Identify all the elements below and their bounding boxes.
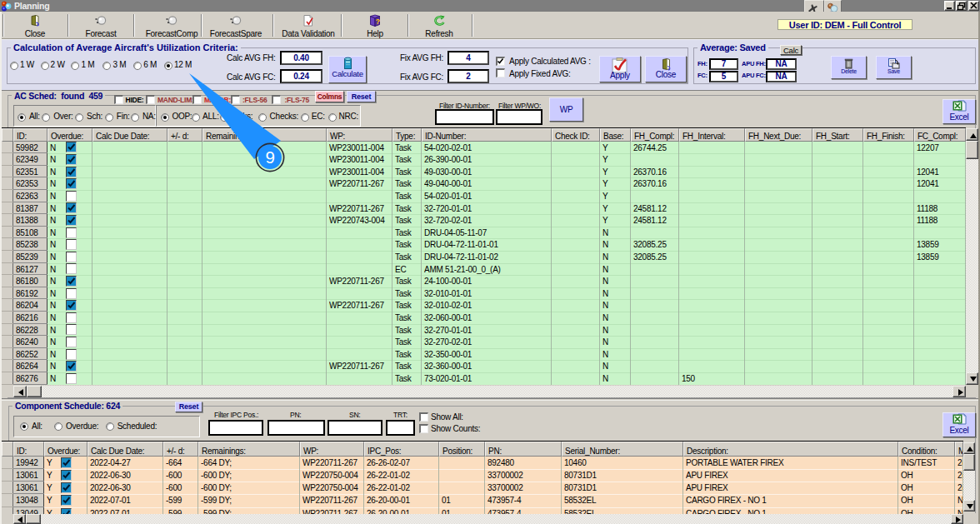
svg-text:9: 9 (265, 147, 274, 167)
svg-text:?: ? (376, 17, 380, 26)
